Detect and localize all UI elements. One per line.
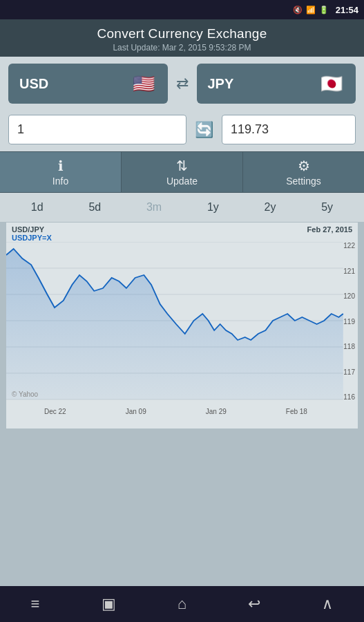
signal-icon: 📶 xyxy=(306,6,316,15)
tab-settings[interactable]: ⚙ Settings xyxy=(243,152,364,192)
chart-pair-label: USD/JPY xyxy=(12,225,44,234)
status-icons: 🔇 📶 🔋 xyxy=(293,6,329,15)
time-btn-1y[interactable]: 1y xyxy=(199,198,227,216)
from-currency-code: USD xyxy=(19,76,48,92)
time-btn-3m[interactable]: 3m xyxy=(138,198,170,216)
tab-bar: ℹ Info ⇅ Update ⚙ Settings xyxy=(0,151,364,193)
from-currency-flag: 🇺🇸 xyxy=(131,70,157,97)
chart-svg xyxy=(6,242,358,401)
input-row: 🔄 119.73 xyxy=(0,111,364,151)
to-currency-button[interactable]: JPY 🇯🇵 xyxy=(197,64,356,104)
chart-y-labels: 122 121 120 119 118 117 116 xyxy=(343,242,355,401)
app-title: Convert Currency Exchange xyxy=(0,26,364,41)
from-amount-input[interactable] xyxy=(8,115,186,144)
currency-selector-row: USD 🇺🇸 ⇄ JPY 🇯🇵 xyxy=(0,57,364,111)
chart-x-labels: Dec 22 Jan 09 Jan 29 Feb 18 xyxy=(6,408,358,415)
to-currency-code: JPY xyxy=(208,76,234,92)
status-time: 21:54 xyxy=(336,5,358,15)
time-btn-5d[interactable]: 5d xyxy=(80,198,109,216)
refresh-icon[interactable]: 🔄 xyxy=(192,121,216,139)
tab-update[interactable]: ⇅ Update xyxy=(122,152,243,192)
to-currency-flag: 🇯🇵 xyxy=(318,70,345,97)
chart-svg-area: 122 121 120 119 118 117 116 xyxy=(6,242,358,408)
last-update-label: Last Update: Mar 2, 2015 9:53:28 PM xyxy=(0,43,364,53)
bottom-nav: ≡ ▣ ⌂ ↩ ∧ xyxy=(0,586,364,622)
chart-header: USD/JPY Feb 27, 2015 xyxy=(6,223,358,234)
to-amount-result: 119.73 xyxy=(222,115,356,144)
from-currency-button[interactable]: USD 🇺🇸 xyxy=(8,64,168,104)
update-icon: ⇅ xyxy=(176,158,188,174)
time-btn-1d[interactable]: 1d xyxy=(23,198,52,216)
time-range-selector: 1d 5d 3m 1y 2y 5y xyxy=(0,193,364,222)
info-icon: ℹ xyxy=(58,158,64,174)
status-bar: 🔇 📶 🔋 21:54 xyxy=(0,0,364,19)
home-button[interactable]: ⌂ xyxy=(166,590,198,619)
mute-icon: 🔇 xyxy=(293,6,303,15)
tab-info-label: Info xyxy=(52,176,68,187)
battery-icon: 🔋 xyxy=(319,6,329,15)
tab-settings-label: Settings xyxy=(286,176,321,187)
chart-container: USD/JPY Feb 27, 2015 USDJPY=X 122 121 12… xyxy=(6,222,358,429)
time-btn-5y[interactable]: 5y xyxy=(313,198,341,216)
back-button[interactable]: ↩ xyxy=(237,590,271,619)
chart-date-label: Feb 27, 2015 xyxy=(307,225,352,234)
settings-icon: ⚙ xyxy=(298,158,310,174)
tab-update-label: Update xyxy=(166,176,198,187)
up-button[interactable]: ∧ xyxy=(311,590,344,619)
chart-ticker-label: USDJPY=X xyxy=(6,234,358,242)
menu-nav-button[interactable]: ≡ xyxy=(20,590,51,619)
time-btn-2y[interactable]: 2y xyxy=(256,198,285,216)
chart-source-label: © Yahoo xyxy=(12,390,38,398)
recent-apps-button[interactable]: ▣ xyxy=(90,590,127,619)
tab-info[interactable]: ℹ Info xyxy=(0,152,122,192)
swap-icon[interactable]: ⇄ xyxy=(173,75,191,93)
app-header: Convert Currency Exchange Last Update: M… xyxy=(0,19,364,57)
